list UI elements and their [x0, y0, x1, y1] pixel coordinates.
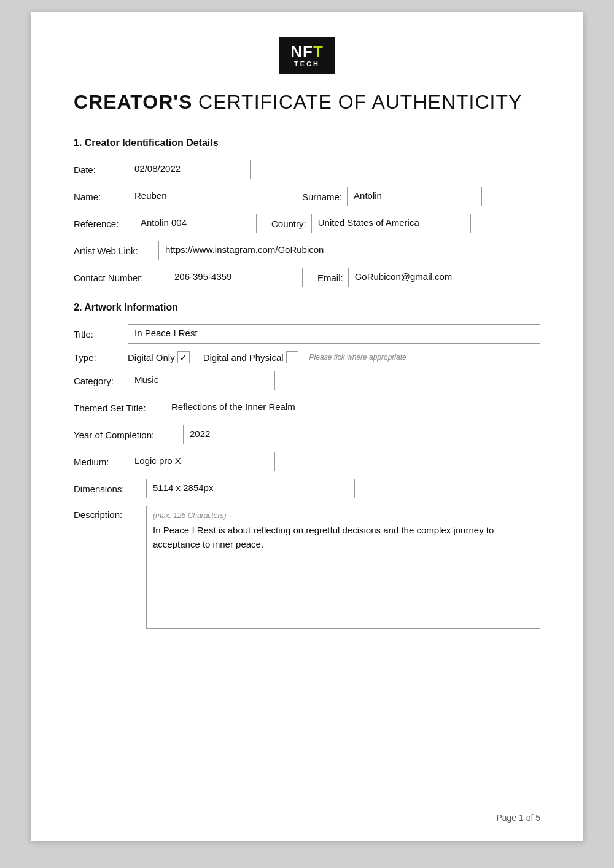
description-label: Description:: [74, 510, 141, 520]
document-title: CREATOR'S CERTIFICATE OF AUTHENTICITY: [74, 91, 540, 114]
name-row: Name: Reuben Surname: Antolin: [74, 187, 540, 206]
artwork-title-label: Title:: [74, 329, 123, 339]
type-row: Type: Digital Only ✓ Digital and Physica…: [74, 351, 540, 363]
contact-label: Contact Number:: [74, 273, 163, 283]
date-label: Date:: [74, 165, 123, 175]
category-row: Category: Music: [74, 371, 540, 390]
year-row: Year of Completion: 2022: [74, 425, 540, 444]
section1-heading: 1. Creator Identification Details: [74, 138, 540, 149]
themed-field[interactable]: Reflections of the Inner Realm: [165, 398, 540, 417]
category-label: Category:: [74, 376, 123, 386]
reference-field[interactable]: Antolin 004: [134, 214, 257, 233]
description-hint: (max. 125 Characters): [153, 511, 534, 520]
medium-field[interactable]: Logic pro X: [128, 452, 275, 471]
contact-field[interactable]: 206-395-4359: [168, 268, 303, 287]
date-field[interactable]: 02/08/2022: [128, 160, 251, 179]
themed-label: Themed Set Title:: [74, 403, 160, 413]
surname-label: Surname:: [302, 192, 342, 202]
year-label: Year of Completion:: [74, 430, 178, 440]
title-divider: [74, 120, 540, 120]
digital-only-checkbox[interactable]: ✓: [177, 351, 190, 363]
name-field[interactable]: Reuben: [128, 187, 287, 206]
section2-heading: 2. Artwork Information: [74, 302, 540, 313]
weblink-row: Artist Web Link: https://www.instagram.c…: [74, 241, 540, 260]
reference-label: Reference:: [74, 219, 129, 229]
dimensions-row: Dimensions: 5114 x 2854px: [74, 479, 540, 498]
tick-hint: Please tick where appropriate: [309, 353, 406, 362]
title-bold: CREATOR'S: [74, 91, 192, 113]
type-label: Type:: [74, 352, 123, 363]
email-label: Email:: [317, 273, 343, 283]
logo-wrapper: NFT TECH: [74, 37, 540, 74]
nft-tech-logo: NFT TECH: [279, 37, 335, 74]
medium-row: Medium: Logic pro X: [74, 452, 540, 471]
description-text: In Peace I Rest is about reflecting on r…: [153, 524, 534, 551]
artwork-title-field[interactable]: In Peace I Rest: [128, 324, 540, 344]
date-row: Date: 02/08/2022: [74, 160, 540, 179]
title-light: CERTIFICATE OF AUTHENTICITY: [192, 91, 522, 113]
contact-row: Contact Number: 206-395-4359 Email: GoRu…: [74, 268, 540, 287]
description-row: Description: (max. 125 Characters) In Pe…: [74, 506, 540, 629]
section2: 2. Artwork Information Title: In Peace I…: [74, 302, 540, 629]
type-physical-option: Digital and Physical: [203, 351, 298, 363]
page-number: Page 1 of 5: [496, 813, 540, 823]
year-field[interactable]: 2022: [183, 425, 244, 444]
artwork-title-row: Title: In Peace I Rest: [74, 324, 540, 344]
dimensions-field[interactable]: 5114 x 2854px: [146, 479, 355, 498]
digital-physical-checkbox[interactable]: [286, 351, 298, 363]
logo-highlight-t: T: [313, 42, 324, 61]
logo-tech-text: TECH: [294, 61, 320, 68]
reference-row: Reference: Antolin 004 Country: United S…: [74, 214, 540, 233]
description-field[interactable]: (max. 125 Characters) In Peace I Rest is…: [146, 506, 540, 629]
weblink-label: Artist Web Link:: [74, 246, 154, 256]
name-label: Name:: [74, 192, 123, 202]
email-field[interactable]: GoRubicon@gmail.com: [348, 268, 495, 287]
medium-label: Medium:: [74, 457, 123, 467]
digital-only-text: Digital Only: [128, 352, 175, 363]
type-digital-option: Digital Only ✓: [128, 351, 190, 363]
themed-row: Themed Set Title: Reflections of the Inn…: [74, 398, 540, 417]
category-field[interactable]: Music: [128, 371, 275, 390]
country-field[interactable]: United States of America: [311, 214, 471, 233]
dimensions-label: Dimensions:: [74, 484, 141, 494]
document-page: NFT TECH CREATOR'S CERTIFICATE OF AUTHEN…: [31, 12, 583, 841]
logo-nft-text: NFT: [290, 44, 324, 60]
surname-field[interactable]: Antolin: [347, 187, 482, 206]
country-label: Country:: [271, 219, 306, 229]
section1: 1. Creator Identification Details Date: …: [74, 138, 540, 287]
digital-physical-text: Digital and Physical: [203, 352, 284, 363]
weblink-field[interactable]: https://www.instagram.com/GoRubicon: [158, 241, 540, 260]
